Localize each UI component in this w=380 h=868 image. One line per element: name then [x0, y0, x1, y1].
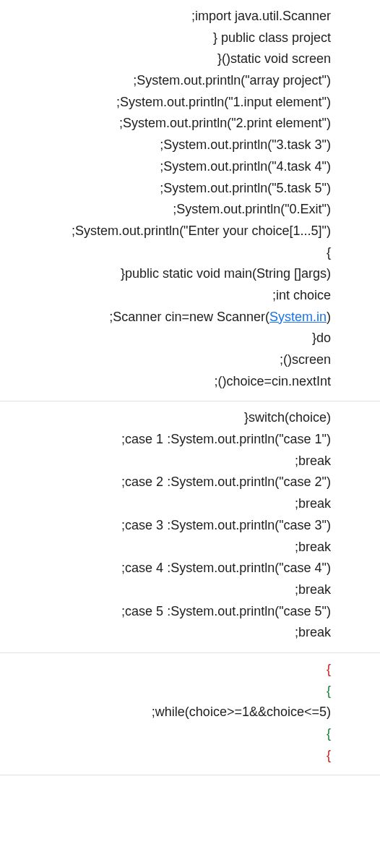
code-line: ;System.out.println("0.Exit") — [14, 199, 366, 221]
code-line: { — [14, 723, 366, 745]
code-text: ;case 1 :System.out.println("case 1") — [121, 432, 331, 446]
code-line: ;while(choice>=1&&choice<=5) — [14, 702, 366, 723]
code-line: }switch(choice) — [14, 407, 366, 429]
code-line: ;break — [14, 622, 366, 644]
code-line: { — [14, 745, 366, 767]
code-line: ;Scanner cin=new Scanner(System.in) — [14, 307, 366, 328]
code-line: ;case 5 :System.out.println("case 5") — [14, 601, 366, 623]
code-line: ;case 2 :System.out.println("case 2") — [14, 472, 366, 493]
code-line: ;System.out.println("4.task 4") — [14, 156, 366, 178]
code-text: ;()screen — [280, 352, 331, 367]
code-text: ;case 2 :System.out.println("case 2") — [121, 475, 331, 489]
code-line: }public static void main(String []args) — [14, 263, 366, 285]
code-line: ;()screen — [14, 349, 366, 371]
code-text: ;()choice=cin.nextInt — [214, 374, 331, 388]
code-text: { — [327, 245, 331, 260]
code-text: ;int choice — [272, 288, 331, 302]
code-line: ;break — [14, 537, 366, 558]
code-section-2: }switch(choice);case 1 :System.out.print… — [0, 401, 380, 653]
code-text: ;System.out.println("3.task 3") — [160, 137, 331, 152]
code-line: ;break — [14, 451, 366, 472]
code-text: { — [327, 684, 331, 698]
code-line: } public class project — [14, 27, 366, 49]
code-section-1: ;import java.util.Scanner} public class … — [0, 0, 380, 401]
code-text: ;Scanner cin=new Scanner( — [109, 310, 269, 324]
code-text: }switch(choice) — [244, 410, 331, 425]
code-text: ;System.out.println("2.print element") — [119, 116, 331, 130]
code-text: ;System.out.println("5.task 5") — [160, 181, 331, 195]
code-text: }do — [312, 331, 331, 345]
code-line: ;System.out.println("2.print element") — [14, 113, 366, 135]
code-text: ;break — [295, 540, 331, 554]
code-section-3: {{;while(choice>=1&&choice<=5){{ — [0, 653, 380, 775]
code-line: }do — [14, 328, 366, 349]
code-line: ;System.out.println("3.task 3") — [14, 135, 366, 156]
code-line: ;System.out.println("1.input element") — [14, 92, 366, 114]
code-line: ;System.out.println("Enter your choice[1… — [14, 221, 366, 242]
code-line: ;case 4 :System.out.println("case 4") — [14, 558, 366, 579]
code-line: ;case 3 :System.out.println("case 3") — [14, 515, 366, 537]
code-text: ;System.out.println("1.input element") — [116, 95, 331, 109]
code-text: { — [327, 748, 331, 762]
code-line: ;System.out.println("5.task 5") — [14, 178, 366, 200]
code-text: }public static void main(String []args) — [121, 266, 331, 281]
code-text: ;case 3 :System.out.println("case 3") — [121, 518, 331, 532]
code-text: ;System.out.println("array project") — [133, 73, 331, 88]
code-line: { — [14, 659, 366, 681]
code-line: { — [14, 681, 366, 702]
code-line: ;import java.util.Scanner — [14, 6, 366, 27]
code-text: ;break — [295, 625, 331, 639]
code-line: ;()choice=cin.nextInt — [14, 371, 366, 393]
code-text: ;break — [295, 454, 331, 468]
code-text: } public class project — [213, 30, 331, 45]
code-line: ;case 1 :System.out.println("case 1") — [14, 429, 366, 451]
code-text: ;System.out.println("Enter your choice[1… — [72, 224, 331, 238]
code-text: ;import java.util.Scanner — [191, 9, 331, 23]
code-text: ;break — [295, 582, 331, 597]
code-text: { — [327, 662, 331, 676]
code-line: ;System.out.println("array project") — [14, 70, 366, 92]
code-line: ;break — [14, 493, 366, 515]
code-text: }()static void screen — [217, 51, 331, 66]
code-text: ;case 4 :System.out.println("case 4") — [121, 561, 331, 575]
link-text[interactable]: System.in — [269, 310, 327, 324]
code-text: ;case 5 :System.out.println("case 5") — [121, 604, 331, 618]
code-text: ;while(choice>=1&&choice<=5) — [152, 705, 331, 719]
code-text: ) — [327, 310, 331, 324]
code-text: { — [327, 726, 331, 741]
code-text: ;System.out.println("0.Exit") — [173, 202, 331, 216]
code-text: ;System.out.println("4.task 4") — [160, 159, 331, 174]
code-line: ;int choice — [14, 285, 366, 307]
code-line: { — [14, 242, 366, 264]
code-line: ;break — [14, 579, 366, 601]
code-text: ;break — [295, 496, 331, 511]
code-line: }()static void screen — [14, 48, 366, 70]
